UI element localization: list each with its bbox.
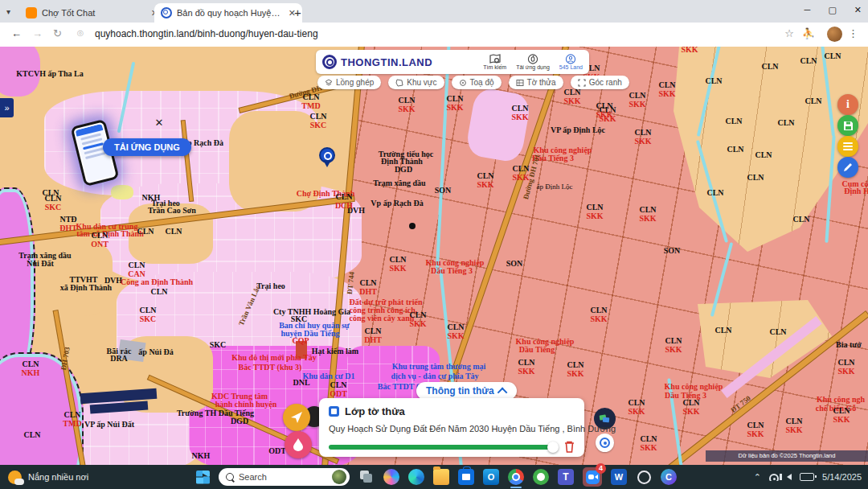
opacity-slider[interactable] [329,445,557,450]
chrome-icon[interactable] [508,469,524,485]
map-label: CLNONT [91,232,108,249]
canva-icon[interactable]: C [661,469,677,485]
map-label: CLN [137,228,154,236]
word-icon[interactable]: W [611,469,627,485]
map-label: CLN [800,57,817,66]
map-label: Trạm xăng dầu [373,179,425,188]
weather-icon [8,471,22,484]
task-view-button[interactable] [358,469,375,485]
map-label: Khu công ngh [817,396,865,405]
chatgpt-icon[interactable] [636,469,652,485]
coccoc-icon[interactable] [533,469,549,485]
map-label: Khu đô thị mới phía Tây [231,354,317,363]
microsoft-store-icon[interactable] [458,469,474,485]
ad-close-icon[interactable]: ✕ [153,117,166,129]
browser-tabstrip: ▾ Chợ Tốt Chat ✕ Bản đồ quy hoạch Huyện … [0,0,868,23]
list-fab[interactable] [837,136,858,157]
map-label: Hạt kiểm lâm [312,347,358,356]
layer-checkbox[interactable] [329,406,339,417]
sheet-icon [516,79,524,87]
wifi-icon[interactable] [769,474,779,481]
back-icon[interactable]: ← [11,27,22,39]
map-label: CLNTMD [63,411,81,428]
volume-icon[interactable] [787,474,792,480]
download-app-button[interactable]: Tải ứng dụng [516,54,550,70]
tray-expand-icon[interactable]: ⌃ [754,472,761,483]
site-header: THONGTIN.LAND Tìm kiếm Tải ứng dụng 545 … [316,50,589,74]
forward-icon[interactable]: → [32,27,43,39]
url-text[interactable]: quyhoach.thongtin.land/binh-duong/huyen-… [95,28,318,39]
brand[interactable]: THONGTIN.LAND [322,55,473,69]
map-label: CLNSKK [563,88,580,105]
map-label: Khu công nghiệp [665,383,723,392]
boundary-corner-button[interactable]: Góc ranh [571,76,629,89]
site-info-icon[interactable]: ⌾ [77,27,84,40]
search-daily-image [332,470,346,484]
parcel-sheet-button[interactable]: Tờ thửa [509,76,563,89]
map-pin-icon[interactable] [319,147,335,163]
browser-menu-icon[interactable]: ⋮ [848,27,858,39]
map-label: Cty TNHH Hoàng Gia [273,308,350,317]
map-label: Trần Cao Sơn [148,207,196,216]
parcel-info-toggle[interactable]: Thông tin thửa [416,382,517,400]
browser-avatar[interactable] [827,27,842,42]
chatgpt-glyph [637,471,651,484]
map-label: ĐT 750 [730,395,752,415]
layer-panel: Lớp tờ thửa Quy Hoạch Sử Dụng Đất Đến Nă… [319,398,584,457]
map-label: CLNSKC [44,195,61,212]
window-maximize-button[interactable]: ▢ [828,5,836,15]
refresh-icon[interactable]: ↻ [53,27,62,39]
download-app-label: Tải ứng dụng [516,64,550,70]
sidebar-expand-button[interactable]: » [0,98,14,117]
profile-icon[interactable]: ⛹ [802,27,815,39]
apple-icon [527,54,538,64]
edge-icon[interactable] [408,469,424,485]
map-label: CLN [761,63,778,72]
new-tab-button[interactable]: + [294,6,301,19]
tray-date[interactable]: 5/14/2025 [822,472,862,482]
account-icon [565,54,576,64]
boundary-corner-label: Góc ranh [589,78,622,87]
window-minimize-button[interactable]: ─ [805,5,811,15]
map-label: CLN [805,97,821,106]
info-fab[interactable]: i [837,94,858,115]
search-button[interactable]: Tìm kiếm [483,54,506,70]
overlay-button[interactable]: Lồng ghép [317,76,381,89]
download-app-cta-button[interactable]: TẢI ỨNG DỤNG [103,138,191,156]
copilot-icon[interactable] [383,469,399,485]
map-label: SKC [210,341,227,350]
region-button[interactable]: Khu vực [388,76,444,89]
drop-marker[interactable] [285,431,312,458]
zoom-app-icon[interactable]: 4 [583,467,602,487]
coordinates-button[interactable]: Toạ độ [452,76,502,89]
tab-quy-hoach-active[interactable]: Bản đồ quy hoạch Huyện Dầu T ✕ [154,3,302,23]
map-label: CLNSKK [590,306,607,323]
map-label: Khu trung tâm thương mại [392,363,486,372]
tab-cho-tot-chat[interactable]: Chợ Tốt Chat ✕ [19,3,165,23]
map-label: CLNSKK [640,435,657,452]
start-button[interactable] [196,471,210,484]
trash-icon[interactable] [564,441,575,453]
window-close-button[interactable]: ✕ [854,5,862,15]
map-label: CLN [725,117,742,126]
file-explorer-icon[interactable] [433,469,449,485]
map-label: CLNSKK [837,359,854,376]
map-label: xã Định Thành [60,284,112,293]
overlay-label: Lồng ghép [336,78,374,87]
edit-fab[interactable] [837,157,858,178]
outlook-icon[interactable]: O [483,469,499,485]
teams-icon[interactable]: T [558,469,574,485]
bookmark-star-icon[interactable]: ☆ [784,27,794,39]
map-label: CLNSKK [446,95,463,112]
navigate-marker[interactable] [283,404,310,431]
compass-button[interactable] [596,434,614,452]
slider-thumb[interactable] [547,442,559,453]
map-label: CLN [727,146,743,154]
account-button[interactable]: 545 Land [559,54,583,70]
tab-search-chevron-icon[interactable]: ▾ [6,7,10,16]
map-label: huyện Dầu Tiếng [281,330,340,339]
save-fab[interactable] [837,115,858,136]
taskbar-weather-widget[interactable]: Nắng nhiều nơi [8,471,88,484]
battery-icon[interactable] [800,473,814,481]
taskbar-search[interactable]: Search [219,468,350,486]
